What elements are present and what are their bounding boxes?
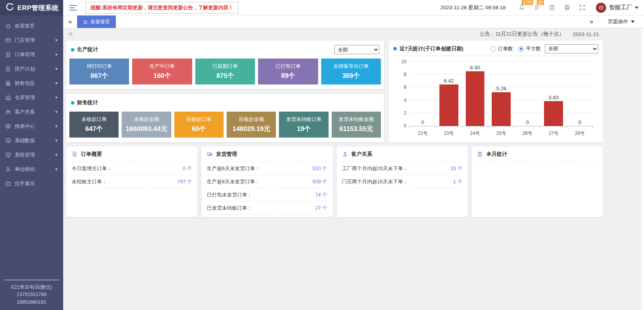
printer-icon[interactable] [564,4,570,11]
summary-row-item[interactable]: 生产超8天未发货订单：509 个 [207,175,327,188]
chart-x-tick [515,126,541,128]
username-label: 智能工厂 [609,4,632,10]
announcement-link[interactable]: 公告：11月21日更新公告（晚十点） [480,31,564,38]
customer-relation-icon [342,151,348,157]
sidebar-item-customer[interactable]: 客户关系▼ [0,105,63,119]
summary-row-item[interactable]: 未结账主订单：707 个 [72,175,192,188]
radio-square-count[interactable]: 平方数 [518,45,541,52]
sidebar-item-label: 仓库管理 [15,94,35,101]
sidebar-item-handle[interactable]: 拉手展示 [0,176,63,191]
chevron-down-icon: ▼ [55,96,58,100]
summary-card-header: 本月统计 [477,146,598,162]
radio-order-count[interactable]: 订单数 [491,45,513,52]
summary-row-value: 1 个 [453,178,462,185]
chevron-down-icon: ▼ [55,81,58,85]
sidebar-item-system[interactable]: 系统管理▼ [0,148,63,162]
chart-x-label: 24号 [462,130,488,137]
summary-row-item[interactable]: 已发货未结账订单：27 个 [207,202,327,215]
finance-stat-card[interactable]: 发货未结账订单19个 [279,112,328,138]
stat-card-value: 60个 [192,124,206,133]
vertical-scrollbar[interactable] [641,28,644,310]
finance-stat-card[interactable]: 应收款金额148029.19元 [227,112,276,138]
chart-bar-column[interactable]: 6.42 [436,62,462,126]
summary-card: 本月统计 [472,146,603,217]
radio-square-count-label: 平方数 [526,45,541,52]
production-stat-card[interactable]: 待打印订单867个 [69,59,129,84]
production-cards: 待打印订单867个生产中订单160个已延期订单875个已打包订单89个未排版导出… [69,59,381,84]
support-phone-2: 19953960161 [4,299,59,306]
sidebar-item-report[interactable]: 报表中心▼ [0,119,63,133]
fullscreen-icon[interactable] [579,4,585,11]
finance-stat-card[interactable]: 发货未结账金额61153.55元 [332,112,381,138]
home-icon [83,19,88,24]
page-actions-dropdown[interactable]: 页面操作 [598,16,644,28]
sidebar-item-order[interactable]: 订单管理▼ [0,47,63,62]
chevron-down-icon: ▼ [55,153,58,157]
chart-bar-column[interactable]: 8.50 [462,62,488,126]
sidebar-item-data[interactable]: 基础数据▼ [0,133,63,148]
chart-bar-column[interactable]: 5.26 [488,62,515,126]
production-stat-card[interactable]: 生产中订单160个 [132,59,192,84]
finance-stats-panel: 财务统计 未收款订单647个未收款金额1660093.44元应收款订单60个应收… [66,94,384,142]
summary-row-item[interactable]: 门店两个月内超15天未下单：1 个 [342,175,463,188]
user-requests-icon[interactable]: 20 [534,4,540,11]
sidebar-item-warehouse[interactable]: 仓库管理▼ [0,90,63,105]
chart-x-tick [462,126,488,128]
summary-row-item[interactable]: 工厂两个月内超15天未下单：15 个 [342,162,463,175]
production-stat-card[interactable]: 未排版导出订单369个 [321,59,381,84]
sidebar-item-plan[interactable]: 排产计划▼ [0,62,63,76]
bar [544,101,563,126]
stat-card-label: 生产中订单 [150,63,175,70]
sidebar-item-label: 欢迎首页 [15,22,35,29]
tabs-scroll-left-icon[interactable]: « [63,16,77,28]
stat-card-value: 89个 [281,71,295,80]
system-reminder: 提醒:系统每周定期更新，请注意查阅更新公告，了解更新内容！ [86,2,238,14]
production-stat-card[interactable]: 已延期订单875个 [195,59,255,84]
user-avatar[interactable] [596,3,606,13]
chart-y-tick-label: 0 [404,123,406,129]
summary-row-label: 已打包未发货订单： [207,191,252,198]
tab-welcome-home[interactable]: 欢迎首页 [77,16,116,28]
weekly-chart-panel: 近7天统计(子订单创建日期) 订单数 平方数 全部 024681006.428.… [389,41,603,142]
chart-bar-column[interactable]: 0 [514,62,541,126]
finance-stat-card[interactable]: 未收款金额1660093.44元 [122,112,171,138]
sidebar-item-store[interactable]: 门店管理▼ [0,33,63,47]
chevron-down-icon: ▼ [55,38,58,42]
support-phone-title: E21售后电话(微信) [4,284,59,291]
chart-filter-select[interactable]: 全部 [545,44,598,53]
chart-bar-column[interactable]: 3.83 [541,62,567,126]
production-stat-card[interactable]: 已打包订单89个 [258,59,318,84]
chart-x-label: 26号 [514,130,541,137]
summary-row-item[interactable]: 已打包未发货订单：74 个 [207,188,327,202]
notification-bell-icon[interactable]: 1726 [518,4,525,11]
username-menu[interactable]: 智能工厂 [609,4,639,11]
finance-stat-card[interactable]: 应收款订单60个 [174,112,224,138]
finance-stat-card[interactable]: 未收款订单647个 [69,112,119,138]
chart-bar-column[interactable]: 0 [567,62,593,126]
summary-row-item[interactable]: 生产超6天未发货订单：510 个 [207,162,327,175]
sidebar-item-finance[interactable]: 财务信息▼ [0,76,63,90]
sidebar-item-org[interactable]: 单位组织▼ [0,162,63,176]
chart-x-label: 22号 [410,130,436,137]
summary-row-item[interactable]: 今日新增主订单：0 个 [72,162,192,175]
production-filter-select[interactable]: 全部 [334,45,379,54]
announcement-bar: 公告：11月21日更新公告（晚十点） 2023-11-21 [66,28,603,39]
menu-collapse-icon[interactable] [69,5,77,10]
section-dot-icon [393,47,397,50]
chart-bar-column[interactable]: 0 [410,62,436,126]
shipping-icon [207,151,213,157]
app-logo: ERP管理系统 [0,0,63,16]
clipboard-icon[interactable] [549,4,555,11]
chart-y-tick-label: 2 [404,110,406,116]
stat-card-label: 应收款订单 [186,116,212,123]
chart-bars: 06.428.505.2603.830 [410,62,593,126]
chart-y-tick-label: 10 [401,59,406,64]
sidebar-item-home[interactable]: 欢迎首页 [0,19,63,33]
stat-card-value: 369个 [342,71,360,80]
production-stats-panel: 生产统计 全部 待打印订单867个生产中订单160个已延期订单875个已打包订单… [66,41,384,89]
summary-row-value: 510 个 [312,165,327,172]
tabbar-spacer [116,16,584,28]
production-panel-header: 生产统计 全部 [69,45,381,55]
stat-card-value: 647个 [85,124,103,133]
tabs-scroll-right-icon[interactable]: » [584,16,598,28]
